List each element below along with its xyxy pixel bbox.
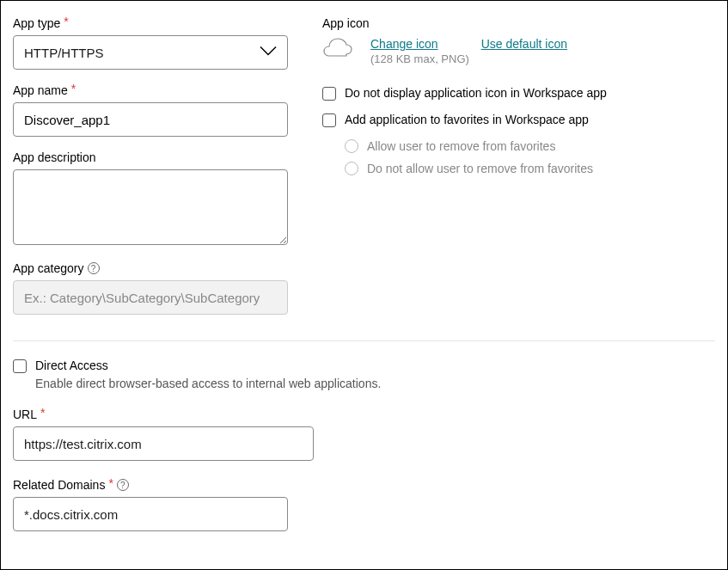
required-asterisk: * xyxy=(64,15,68,28)
do-not-display-checkbox[interactable] xyxy=(322,87,336,101)
url-input[interactable]: https://test.citrix.com xyxy=(13,426,314,461)
required-asterisk: * xyxy=(40,407,45,419)
app-icon-row: Change icon Use default icon (128 KB max… xyxy=(322,37,715,65)
do-not-display-label: Do not display application icon in Works… xyxy=(345,86,607,100)
allow-remove-radio xyxy=(345,139,358,153)
required-asterisk: * xyxy=(71,83,76,95)
app-category-input[interactable] xyxy=(13,280,288,315)
related-domains-field: Related Domains * ? *.docs.citrix.com xyxy=(13,478,715,531)
direct-access-label: Direct Access xyxy=(35,359,108,372)
help-icon[interactable]: ? xyxy=(117,479,129,491)
right-column: App icon Change icon Use default icon (1… xyxy=(322,16,715,328)
app-name-label: App name * xyxy=(13,83,288,97)
change-icon-link[interactable]: Change icon xyxy=(370,37,438,51)
app-form: App type * HTTP/HTTPS App name * xyxy=(0,0,728,570)
do-not-display-row: Do not display application icon in Works… xyxy=(322,86,715,101)
app-description-label: App description xyxy=(13,150,288,164)
direct-access-description: Enable direct browser-based access to in… xyxy=(35,377,715,390)
do-not-allow-remove-label: Do not allow user to remove from favorit… xyxy=(367,162,593,175)
app-type-select[interactable]: HTTP/HTTPS xyxy=(13,35,288,70)
app-type-label: App type * xyxy=(13,16,288,30)
url-field: URL * https://test.citrix.com xyxy=(13,408,715,461)
allow-remove-label: Allow user to remove from favorites xyxy=(367,139,555,153)
app-icon-label: App icon xyxy=(322,16,715,30)
app-name-field: App name * xyxy=(13,83,288,137)
favorites-radio-group: Allow user to remove from favorites Do n… xyxy=(345,139,715,175)
app-name-input[interactable] xyxy=(13,102,288,137)
url-label: URL * xyxy=(13,408,715,421)
bottom-section: Direct Access Enable direct browser-base… xyxy=(13,359,715,531)
direct-access-checkbox[interactable] xyxy=(13,359,27,373)
section-divider xyxy=(13,340,715,341)
related-domains-label: Related Domains * ? xyxy=(13,478,715,492)
app-description-textarea[interactable] xyxy=(13,169,288,245)
cloud-icon xyxy=(322,37,353,59)
app-category-field: App category ? xyxy=(13,261,288,315)
icon-hint: (128 KB max, PNG) xyxy=(370,52,567,65)
help-icon[interactable]: ? xyxy=(88,262,100,274)
use-default-icon-link[interactable]: Use default icon xyxy=(481,37,567,51)
do-not-allow-remove-radio xyxy=(345,162,358,175)
app-category-label: App category ? xyxy=(13,261,288,275)
add-favorites-row: Add application to favorites in Workspac… xyxy=(322,113,715,127)
related-domains-input[interactable]: *.docs.citrix.com xyxy=(13,497,288,531)
app-type-field: App type * HTTP/HTTPS xyxy=(13,16,288,70)
left-column: App type * HTTP/HTTPS App name * xyxy=(13,16,288,328)
app-description-field: App description xyxy=(13,150,288,248)
required-asterisk: * xyxy=(108,477,113,489)
add-favorites-checkbox[interactable] xyxy=(322,113,336,127)
direct-access-row: Direct Access xyxy=(13,359,715,373)
add-favorites-label: Add application to favorites in Workspac… xyxy=(345,113,589,126)
